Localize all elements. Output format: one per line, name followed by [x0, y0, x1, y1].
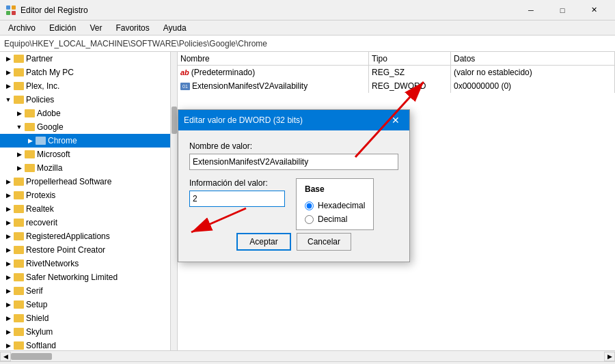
tree-item-softland[interactable]: ▶ Softland — [0, 339, 177, 350]
expand-softland[interactable]: ▶ — [3, 340, 14, 350]
tree-item-serif[interactable]: ▶ Serif — [0, 284, 177, 298]
tree-item-rivetnetworks[interactable]: ▶ RivetNetworks — [0, 257, 177, 270]
expand-shield[interactable]: ▶ — [3, 313, 14, 324]
minimize-button[interactable]: ─ — [515, 0, 547, 20]
expand-chrome[interactable]: ▶ — [25, 135, 36, 146]
tree-item-mozilla[interactable]: ▶ Mozilla — [0, 161, 177, 175]
tree-item-patch[interactable]: ▶ Patch My PC — [0, 66, 177, 79]
menu-ver[interactable]: Ver — [84, 22, 107, 34]
tree-item-propellerhead[interactable]: ▶ Propellerhead Software — [0, 175, 177, 188]
tree-panel[interactable]: ▶ Partner ▶ Patch My PC ▶ Plex, Inc. ▼ P… — [0, 52, 178, 350]
expand-plex[interactable]: ▶ — [3, 81, 14, 92]
expand-adobe[interactable]: ▶ — [14, 108, 25, 119]
expand-restorepointcreator[interactable]: ▶ — [3, 244, 14, 255]
expand-protexis[interactable]: ▶ — [3, 190, 14, 201]
tree-item-google[interactable]: ▼ Google — [0, 120, 177, 134]
menu-archivo[interactable]: Archivo — [3, 22, 41, 34]
expand-microsoft[interactable]: ▶ — [14, 149, 25, 160]
address-bar: Equipo\HKEY_LOCAL_MACHINE\SOFTWARE\Polic… — [0, 36, 615, 52]
expand-serif[interactable]: ▶ — [3, 285, 14, 296]
tree-item-safernetworking[interactable]: ▶ Safer Networking Limited — [0, 270, 177, 284]
scroll-right-button[interactable]: ▶ — [604, 352, 615, 361]
title-bar-controls: ─ □ ✕ — [515, 0, 610, 20]
expand-patch[interactable]: ▶ — [3, 67, 14, 78]
radio-hex-input[interactable] — [305, 201, 314, 210]
expand-recoverit[interactable]: ▶ — [3, 217, 14, 228]
folder-icon-partner — [14, 55, 24, 63]
tree-item-shield[interactable]: ▶ Shield — [0, 311, 177, 325]
scrollbar-thumb[interactable] — [172, 107, 177, 134]
expand-registeredapps[interactable]: ▶ — [3, 231, 14, 242]
tree-item-microsoft[interactable]: ▶ Microsoft — [0, 148, 177, 161]
tree-item-restorepointcreator[interactable]: ▶ Restore Point Creator — [0, 243, 177, 257]
expand-realtek[interactable]: ▶ — [3, 204, 14, 214]
address-text: Equipo\HKEY_LOCAL_MACHINE\SOFTWARE\Polic… — [4, 39, 267, 48]
folder-icon-policies — [14, 96, 24, 104]
dialog-title-bar: Editar valor de DWORD (32 bits) ✕ — [178, 110, 409, 130]
dialog-value-input[interactable] — [189, 191, 285, 207]
svg-rect-1 — [12, 5, 16, 10]
dword-icon: 01 — [180, 83, 190, 90]
radio-hexadecimal[interactable]: Hexadecimal — [305, 201, 365, 210]
dialog-buttons: Aceptar Cancelar — [189, 233, 398, 251]
tree-item-skylum[interactable]: ▶ Skylum — [0, 325, 177, 339]
data-row-default[interactable]: ab (Predeterminado) REG_SZ (valor no est… — [178, 66, 615, 79]
dialog-base-group: Base Hexadecimal Decimal — [296, 178, 374, 230]
tree-item-recoverit[interactable]: ▶ recoverit — [0, 216, 177, 229]
folder-icon-patch — [14, 68, 24, 76]
radio-dec-input[interactable] — [305, 215, 314, 224]
tree-item-protexis[interactable]: ▶ Protexis — [0, 188, 177, 202]
scroll-thumb-h[interactable] — [11, 353, 52, 360]
dialog-name-input[interactable] — [189, 154, 398, 170]
dialog-ok-button[interactable]: Aceptar — [236, 233, 291, 251]
menu-edicion[interactable]: Edición — [44, 22, 81, 34]
dialog-title: Editar valor de DWORD (32 bits) — [184, 115, 303, 125]
tree-item-partner[interactable]: ▶ Partner — [0, 52, 177, 66]
tree-item-policies[interactable]: ▼ Policies — [0, 93, 177, 107]
expand-partner[interactable]: ▶ — [3, 53, 14, 64]
scroll-track[interactable] — [11, 353, 604, 360]
folder-icon-recoverit — [14, 219, 24, 227]
base-label: Base — [305, 184, 365, 194]
folder-icon-microsoft — [25, 150, 35, 158]
expand-mozilla[interactable]: ▶ — [14, 163, 25, 173]
data-row-extension[interactable]: 01 ExtensionManifestV2Availability REG_D… — [178, 79, 615, 93]
col-header-name: Nombre — [178, 52, 369, 65]
expand-propellerhead[interactable]: ▶ — [3, 176, 14, 187]
folder-icon-plex — [14, 82, 24, 90]
expand-skylum[interactable]: ▶ — [3, 326, 14, 337]
expand-rivetnetworks[interactable]: ▶ — [3, 258, 14, 269]
data-header: Nombre Tipo Datos — [178, 52, 615, 66]
tree-item-realtek[interactable]: ▶ Realtek — [0, 202, 177, 216]
ab-icon: ab — [180, 68, 189, 76]
svg-rect-3 — [12, 11, 16, 15]
tree-item-plex[interactable]: ▶ Plex, Inc. — [0, 79, 177, 93]
dialog-close-button[interactable]: ✕ — [387, 112, 404, 128]
expand-setup[interactable]: ▶ — [3, 299, 14, 310]
row-extension-name: 01 ExtensionManifestV2Availability — [178, 79, 369, 93]
folder-icon-shield — [14, 314, 24, 322]
menu-favoritos[interactable]: Favoritos — [110, 22, 154, 34]
tree-item-registeredapps[interactable]: ▶ RegisteredApplications — [0, 229, 177, 243]
close-button[interactable]: ✕ — [578, 0, 610, 20]
expand-google[interactable]: ▼ — [14, 122, 25, 132]
folder-icon-mozilla — [25, 164, 35, 172]
tree-item-adobe[interactable]: ▶ Adobe — [0, 107, 177, 120]
bottom-scroll-area[interactable]: ◀ ▶ — [0, 350, 615, 361]
radio-decimal[interactable]: Decimal — [305, 214, 365, 224]
maximize-button[interactable]: □ — [547, 0, 578, 20]
row-default-name: ab (Predeterminado) — [178, 66, 369, 79]
expand-safernetworking[interactable]: ▶ — [3, 272, 14, 283]
dialog-info-label: Información del valor: — [189, 178, 285, 188]
scroll-left-button[interactable]: ◀ — [0, 352, 11, 361]
title-bar-left: Editor del Registro — [5, 5, 88, 16]
tree-item-chrome[interactable]: ▶ Chrome — [0, 134, 177, 148]
tree-item-setup[interactable]: ▶ Setup — [0, 298, 177, 311]
tree-scrollbar[interactable] — [170, 52, 177, 350]
menu-bar: Archivo Edición Ver Favoritos Ayuda — [0, 20, 615, 36]
dialog-cancel-button[interactable]: Cancelar — [297, 233, 351, 251]
row-extension-type: REG_DWORD — [369, 79, 451, 93]
expand-policies[interactable]: ▼ — [3, 94, 14, 105]
folder-icon-chrome — [36, 137, 46, 145]
menu-ayuda[interactable]: Ayuda — [158, 22, 192, 34]
